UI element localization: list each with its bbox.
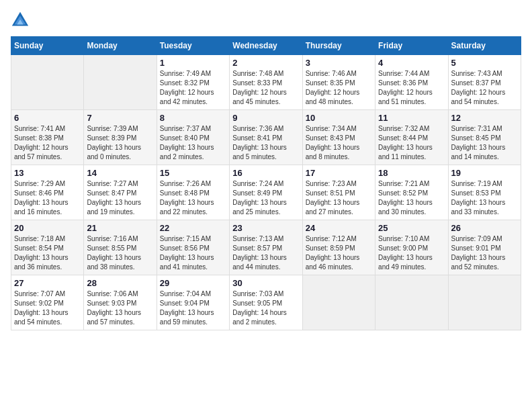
- day-number: 23: [232, 223, 299, 233]
- page-header: [11, 11, 521, 30]
- calendar-cell: 22Sunrise: 7:15 AM Sunset: 8:56 PM Dayli…: [157, 220, 229, 275]
- day-number: 10: [306, 113, 372, 123]
- days-of-week-row: SundayMondayTuesdayWednesdayThursdayFrid…: [11, 37, 521, 55]
- day-number: 19: [451, 168, 518, 178]
- day-of-week-header: Monday: [84, 37, 157, 55]
- calendar-cell: 8Sunrise: 7:37 AM Sunset: 8:40 PM Daylig…: [157, 110, 229, 165]
- day-of-week-header: Saturday: [448, 37, 521, 55]
- day-info: Sunrise: 7:39 AM Sunset: 8:39 PM Dayligh…: [87, 124, 153, 162]
- day-number: 4: [378, 58, 445, 68]
- calendar-cell: [84, 55, 157, 110]
- day-of-week-header: Friday: [375, 37, 448, 55]
- day-info: Sunrise: 7:10 AM Sunset: 9:00 PM Dayligh…: [378, 234, 445, 272]
- calendar-cell: 5Sunrise: 7:43 AM Sunset: 8:37 PM Daylig…: [448, 55, 521, 110]
- day-info: Sunrise: 7:03 AM Sunset: 9:05 PM Dayligh…: [232, 289, 299, 327]
- day-info: Sunrise: 7:46 AM Sunset: 8:35 PM Dayligh…: [306, 69, 372, 107]
- day-info: Sunrise: 7:06 AM Sunset: 9:03 PM Dayligh…: [87, 289, 153, 327]
- day-number: 5: [451, 58, 518, 68]
- day-info: Sunrise: 7:49 AM Sunset: 8:32 PM Dayligh…: [160, 69, 226, 107]
- day-number: 15: [160, 168, 226, 178]
- day-info: Sunrise: 7:07 AM Sunset: 9:02 PM Dayligh…: [14, 289, 81, 327]
- day-number: 24: [306, 223, 372, 233]
- day-number: 27: [14, 278, 81, 288]
- day-info: Sunrise: 7:12 AM Sunset: 8:59 PM Dayligh…: [306, 234, 372, 272]
- calendar-week-row: 13Sunrise: 7:29 AM Sunset: 8:46 PM Dayli…: [11, 165, 521, 220]
- calendar-cell: 13Sunrise: 7:29 AM Sunset: 8:46 PM Dayli…: [11, 165, 84, 220]
- calendar-cell: 16Sunrise: 7:24 AM Sunset: 8:49 PM Dayli…: [230, 165, 302, 220]
- calendar-cell: 4Sunrise: 7:44 AM Sunset: 8:36 PM Daylig…: [375, 55, 448, 110]
- day-number: 9: [232, 113, 299, 123]
- day-number: 8: [160, 113, 226, 123]
- calendar-cell: 26Sunrise: 7:09 AM Sunset: 9:01 PM Dayli…: [448, 220, 521, 275]
- day-number: 29: [160, 278, 226, 288]
- calendar-cell: 29Sunrise: 7:04 AM Sunset: 9:04 PM Dayli…: [157, 275, 229, 330]
- calendar-week-row: 27Sunrise: 7:07 AM Sunset: 9:02 PM Dayli…: [11, 275, 521, 330]
- day-info: Sunrise: 7:43 AM Sunset: 8:37 PM Dayligh…: [451, 69, 518, 107]
- calendar-week-row: 20Sunrise: 7:18 AM Sunset: 8:54 PM Dayli…: [11, 220, 521, 275]
- calendar-cell: 6Sunrise: 7:41 AM Sunset: 8:38 PM Daylig…: [11, 110, 84, 165]
- calendar-cell: 2Sunrise: 7:48 AM Sunset: 8:33 PM Daylig…: [230, 55, 302, 110]
- day-number: 6: [14, 113, 81, 123]
- day-info: Sunrise: 7:19 AM Sunset: 8:53 PM Dayligh…: [451, 179, 518, 217]
- day-number: 12: [451, 113, 518, 123]
- day-of-week-header: Sunday: [11, 37, 84, 55]
- calendar-cell: 1Sunrise: 7:49 AM Sunset: 8:32 PM Daylig…: [157, 55, 229, 110]
- day-info: Sunrise: 7:44 AM Sunset: 8:36 PM Dayligh…: [378, 69, 445, 107]
- day-info: Sunrise: 7:26 AM Sunset: 8:48 PM Dayligh…: [160, 179, 226, 217]
- calendar-cell: [448, 275, 521, 330]
- logo-icon: [11, 11, 30, 30]
- calendar-cell: 28Sunrise: 7:06 AM Sunset: 9:03 PM Dayli…: [84, 275, 157, 330]
- calendar-cell: 3Sunrise: 7:46 AM Sunset: 8:35 PM Daylig…: [302, 55, 375, 110]
- day-number: 3: [306, 58, 372, 68]
- day-info: Sunrise: 7:13 AM Sunset: 8:57 PM Dayligh…: [232, 234, 299, 272]
- day-info: Sunrise: 7:21 AM Sunset: 8:52 PM Dayligh…: [378, 179, 445, 217]
- day-of-week-header: Wednesday: [230, 37, 302, 55]
- calendar-cell: 23Sunrise: 7:13 AM Sunset: 8:57 PM Dayli…: [230, 220, 302, 275]
- day-number: 18: [378, 168, 445, 178]
- day-of-week-header: Thursday: [302, 37, 375, 55]
- calendar-week-row: 6Sunrise: 7:41 AM Sunset: 8:38 PM Daylig…: [11, 110, 521, 165]
- day-of-week-header: Tuesday: [157, 37, 229, 55]
- day-number: 26: [451, 223, 518, 233]
- day-number: 28: [87, 278, 153, 288]
- day-number: 7: [87, 113, 153, 123]
- day-info: Sunrise: 7:34 AM Sunset: 8:43 PM Dayligh…: [306, 124, 372, 162]
- calendar-cell: [375, 275, 448, 330]
- calendar-cell: 20Sunrise: 7:18 AM Sunset: 8:54 PM Dayli…: [11, 220, 84, 275]
- day-number: 16: [232, 168, 299, 178]
- day-number: 13: [14, 168, 81, 178]
- day-info: Sunrise: 7:15 AM Sunset: 8:56 PM Dayligh…: [160, 234, 226, 272]
- calendar-cell: 27Sunrise: 7:07 AM Sunset: 9:02 PM Dayli…: [11, 275, 84, 330]
- day-number: 21: [87, 223, 153, 233]
- day-number: 17: [306, 168, 372, 178]
- day-info: Sunrise: 7:16 AM Sunset: 8:55 PM Dayligh…: [87, 234, 153, 272]
- calendar-cell: 19Sunrise: 7:19 AM Sunset: 8:53 PM Dayli…: [448, 165, 521, 220]
- day-info: Sunrise: 7:09 AM Sunset: 9:01 PM Dayligh…: [451, 234, 518, 272]
- day-info: Sunrise: 7:04 AM Sunset: 9:04 PM Dayligh…: [160, 289, 226, 327]
- calendar-cell: 12Sunrise: 7:31 AM Sunset: 8:45 PM Dayli…: [448, 110, 521, 165]
- calendar-cell: [11, 55, 84, 110]
- day-number: 11: [378, 113, 445, 123]
- calendar-cell: 25Sunrise: 7:10 AM Sunset: 9:00 PM Dayli…: [375, 220, 448, 275]
- day-number: 1: [160, 58, 226, 68]
- day-info: Sunrise: 7:48 AM Sunset: 8:33 PM Dayligh…: [232, 69, 299, 107]
- day-info: Sunrise: 7:36 AM Sunset: 8:41 PM Dayligh…: [232, 124, 299, 162]
- calendar-cell: 14Sunrise: 7:27 AM Sunset: 8:47 PM Dayli…: [84, 165, 157, 220]
- day-info: Sunrise: 7:27 AM Sunset: 8:47 PM Dayligh…: [87, 179, 153, 217]
- calendar-table: SundayMondayTuesdayWednesdayThursdayFrid…: [11, 36, 521, 330]
- calendar-cell: 24Sunrise: 7:12 AM Sunset: 8:59 PM Dayli…: [302, 220, 375, 275]
- day-info: Sunrise: 7:41 AM Sunset: 8:38 PM Dayligh…: [14, 124, 81, 162]
- day-number: 20: [14, 223, 81, 233]
- day-info: Sunrise: 7:37 AM Sunset: 8:40 PM Dayligh…: [160, 124, 226, 162]
- day-info: Sunrise: 7:18 AM Sunset: 8:54 PM Dayligh…: [14, 234, 81, 272]
- calendar-cell: 18Sunrise: 7:21 AM Sunset: 8:52 PM Dayli…: [375, 165, 448, 220]
- calendar-cell: 11Sunrise: 7:32 AM Sunset: 8:44 PM Dayli…: [375, 110, 448, 165]
- day-info: Sunrise: 7:29 AM Sunset: 8:46 PM Dayligh…: [14, 179, 81, 217]
- day-number: 22: [160, 223, 226, 233]
- day-number: 2: [232, 58, 299, 68]
- calendar-body: 1Sunrise: 7:49 AM Sunset: 8:32 PM Daylig…: [11, 55, 521, 330]
- day-number: 30: [232, 278, 299, 288]
- calendar-cell: 7Sunrise: 7:39 AM Sunset: 8:39 PM Daylig…: [84, 110, 157, 165]
- calendar-cell: 9Sunrise: 7:36 AM Sunset: 8:41 PM Daylig…: [230, 110, 302, 165]
- day-info: Sunrise: 7:23 AM Sunset: 8:51 PM Dayligh…: [306, 179, 372, 217]
